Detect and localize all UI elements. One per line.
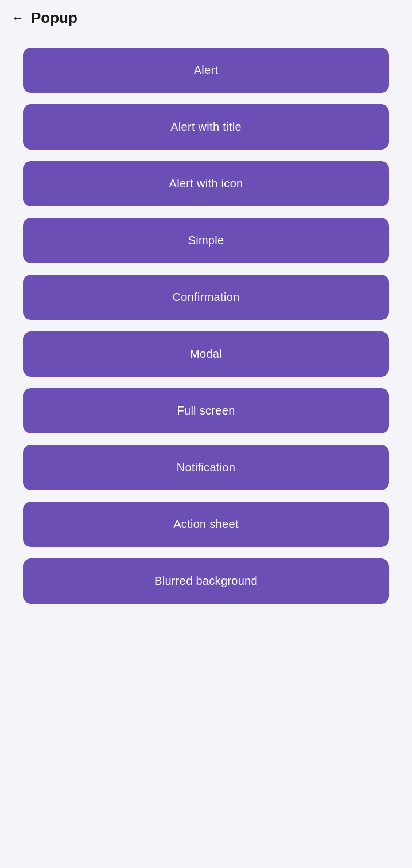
action-sheet-button[interactable]: Action sheet [23, 502, 389, 547]
simple-button[interactable]: Simple [23, 218, 389, 263]
modal-button[interactable]: Modal [23, 331, 389, 377]
button-list: AlertAlert with titleAlert with iconSimp… [0, 36, 412, 615]
alert-button[interactable]: Alert [23, 48, 389, 93]
blurred-background-button[interactable]: Blurred background [23, 558, 389, 604]
confirmation-button[interactable]: Confirmation [23, 275, 389, 320]
header: ← Popup [0, 0, 412, 36]
full-screen-button[interactable]: Full screen [23, 388, 389, 433]
alert-with-title-button[interactable]: Alert with title [23, 104, 389, 150]
alert-with-icon-button[interactable]: Alert with icon [23, 161, 389, 206]
back-button[interactable]: ← [11, 11, 24, 26]
page-title: Popup [31, 9, 77, 27]
notification-button[interactable]: Notification [23, 445, 389, 490]
